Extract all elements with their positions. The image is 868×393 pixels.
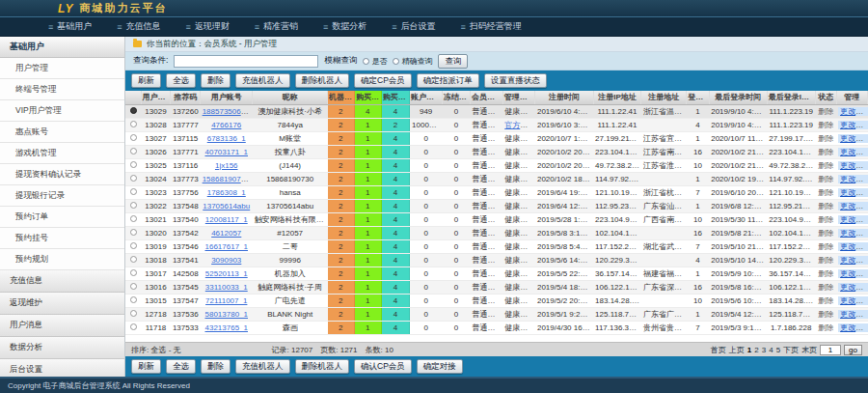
edit-info-link[interactable]: 更改信息 xyxy=(838,134,867,143)
account-link[interactable]: 3090903 xyxy=(211,256,241,265)
sidebar-item-5[interactable]: 提现资料确认记录 xyxy=(0,164,124,185)
option-yesno[interactable]: 是否 xyxy=(363,56,387,67)
sidebar-item-2[interactable]: VIP用户管理 xyxy=(0,100,124,122)
nav-item-6[interactable]: ≡ 扫码经营管理 xyxy=(461,20,522,33)
toolbar-bottom-button-4[interactable]: 删除机器人 xyxy=(295,359,350,374)
toolbar-top-button-5[interactable]: 确定CP会员 xyxy=(354,73,412,88)
toolbar-top-button-0[interactable]: 刷新 xyxy=(131,73,161,88)
option-exact[interactable]: 精确查询 xyxy=(393,56,432,67)
row-checkbox[interactable] xyxy=(130,121,137,127)
delete-link[interactable]: 删除 xyxy=(818,256,833,265)
sidebar-section-2[interactable]: 用户消息 xyxy=(0,315,124,337)
delete-link[interactable]: 删除 xyxy=(818,269,833,278)
edit-info-link[interactable]: 更改信息 xyxy=(838,202,867,211)
nav-item-4[interactable]: ≡ 数据分析 xyxy=(323,20,366,33)
nav-item-5[interactable]: ≡ 后台设置 xyxy=(392,20,435,33)
toolbar-top-button-4[interactable]: 删除机器人 xyxy=(295,73,350,88)
radio-icon[interactable] xyxy=(393,58,399,65)
account-link[interactable]: 40703171_1 xyxy=(205,148,249,156)
toolbar-bottom-button-3[interactable]: 充值机器人 xyxy=(235,359,290,374)
row-checkbox[interactable] xyxy=(130,188,137,195)
delete-link[interactable]: 删除 xyxy=(818,202,833,211)
row-checkbox[interactable] xyxy=(130,148,137,154)
account-link[interactable]: 12008117_1 xyxy=(205,215,248,224)
page-link-5[interactable]: 4 xyxy=(769,346,773,354)
row-checkbox[interactable] xyxy=(130,134,137,141)
edit-info-link[interactable]: 更改信息 xyxy=(838,215,867,224)
edit-info-link[interactable]: 更改信息 xyxy=(838,256,867,265)
edit-info-link[interactable]: 更改信息 xyxy=(838,269,867,278)
edit-info-link[interactable]: 更改信息 xyxy=(838,121,867,129)
sidebar-item-4[interactable]: 游戏机管理 xyxy=(0,143,124,164)
delete-link[interactable]: 删除 xyxy=(818,229,833,238)
nav-item-3[interactable]: ≡ 精准营销 xyxy=(255,20,298,33)
sidebar-item-8[interactable]: 预约挂号 xyxy=(0,228,124,249)
account-link[interactable]: 52520113_1 xyxy=(205,269,248,278)
edit-info-link[interactable]: 更改信息 xyxy=(838,283,867,292)
delete-link[interactable]: 删除 xyxy=(818,175,833,183)
page-link-6[interactable]: 5 xyxy=(776,346,780,354)
toolbar-top-button-6[interactable]: 确定指派订单 xyxy=(417,73,479,88)
page-link-2[interactable]: 1 xyxy=(747,346,751,354)
row-checkbox[interactable] xyxy=(130,215,137,222)
account-link[interactable]: 13705614abu xyxy=(203,202,250,211)
row-checkbox[interactable] xyxy=(130,310,137,317)
delete-link[interactable]: 删除 xyxy=(818,121,833,129)
row-checkbox[interactable] xyxy=(130,175,137,182)
account-link[interactable]: 4766176 xyxy=(211,121,241,129)
search-input[interactable] xyxy=(174,55,318,68)
account-link[interactable]: 6783136_1 xyxy=(207,134,246,143)
edit-info-link[interactable]: 更改信息 xyxy=(838,229,867,238)
toolbar-top-button-1[interactable]: 全选 xyxy=(166,73,196,88)
account-link[interactable]: 15868190730_1 xyxy=(203,175,253,183)
page-link-0[interactable]: 首页 xyxy=(711,345,726,355)
account-link[interactable]: 16617617_1 xyxy=(205,242,249,251)
row-checkbox[interactable] xyxy=(130,296,137,303)
nav-item-2[interactable]: ≡ 返现理财 xyxy=(186,20,230,33)
page-link-8[interactable]: 末页 xyxy=(801,345,817,355)
account-link[interactable]: 1jx156 xyxy=(215,161,238,170)
delete-link[interactable]: 删除 xyxy=(818,215,833,224)
sidebar-item-7[interactable]: 预约订单 xyxy=(0,207,124,228)
delete-link[interactable]: 删除 xyxy=(818,283,833,292)
edit-info-link[interactable]: 更改信息 xyxy=(838,323,867,332)
toolbar-top-button-2[interactable]: 删除 xyxy=(201,73,231,88)
sidebar-section-1[interactable]: 返现维护 xyxy=(0,293,124,315)
sidebar-item-6[interactable]: 提现银行记录 xyxy=(0,185,124,207)
delete-link[interactable]: 删除 xyxy=(818,296,833,305)
delete-link[interactable]: 删除 xyxy=(818,242,833,251)
row-checkbox[interactable] xyxy=(130,242,137,249)
account-link[interactable]: 18857350613_1 xyxy=(203,107,253,116)
sidebar-section-basic-users[interactable]: 基础用户 xyxy=(0,37,124,58)
edit-info-link[interactable]: 更改信息 xyxy=(838,188,867,197)
sidebar-section-3[interactable]: 数据分析 xyxy=(0,337,124,359)
account-link[interactable]: 4612057 xyxy=(211,229,241,238)
edit-info-link[interactable]: 更改信息 xyxy=(838,148,867,156)
row-checkbox[interactable] xyxy=(130,107,137,114)
module-link[interactable]: 官方账号 xyxy=(504,121,535,129)
page-link-3[interactable]: 2 xyxy=(754,346,758,354)
delete-link[interactable]: 删除 xyxy=(818,188,833,197)
edit-info-link[interactable]: 更改信息 xyxy=(838,175,867,183)
edit-info-link[interactable]: 更改信息 xyxy=(838,296,867,305)
radio-icon[interactable] xyxy=(363,58,369,65)
delete-link[interactable]: 删除 xyxy=(818,107,833,116)
sidebar-section-0[interactable]: 充值信息 xyxy=(0,270,124,293)
row-checkbox[interactable] xyxy=(130,269,137,276)
row-checkbox[interactable] xyxy=(130,323,137,330)
delete-link[interactable]: 删除 xyxy=(818,134,833,143)
sidebar-item-3[interactable]: 惠点账号 xyxy=(0,122,124,143)
page-link-4[interactable]: 3 xyxy=(762,346,766,354)
delete-link[interactable]: 删除 xyxy=(818,148,833,156)
toolbar-bottom-button-1[interactable]: 全选 xyxy=(166,359,196,374)
edit-info-link[interactable]: 更改信息 xyxy=(838,107,867,116)
row-checkbox[interactable] xyxy=(130,283,137,290)
account-link[interactable]: 1786308_1 xyxy=(207,188,246,197)
page-link-1[interactable]: 上页 xyxy=(729,345,745,355)
toolbar-bottom-button-0[interactable]: 刷新 xyxy=(131,359,161,374)
row-checkbox[interactable] xyxy=(130,202,137,209)
account-link[interactable]: 43213765_1 xyxy=(205,323,249,332)
toolbar-bottom-button-5[interactable]: 确认CP会员 xyxy=(354,359,412,374)
sidebar-item-9[interactable]: 预约规划 xyxy=(0,249,124,270)
row-checkbox[interactable] xyxy=(130,229,137,236)
